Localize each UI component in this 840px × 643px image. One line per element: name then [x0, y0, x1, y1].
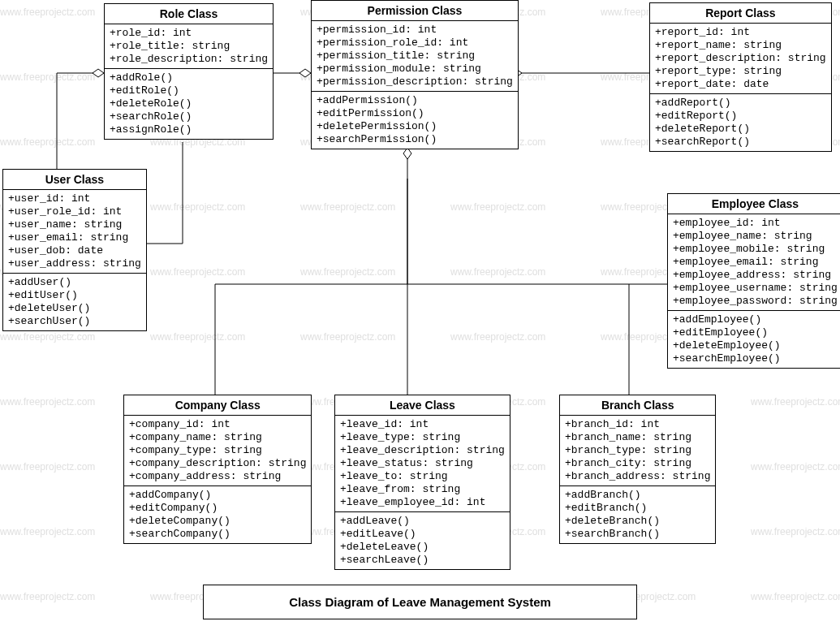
- uml-line: +employee_username: string: [673, 282, 838, 295]
- uml-line: +searchCompany(): [129, 528, 306, 541]
- uml-line: +searchEmployee(): [673, 352, 838, 365]
- attributes: +role_id: int+role_title: string+role_de…: [105, 24, 273, 69]
- uml-line: +addEmployee(): [673, 313, 838, 326]
- watermark: www.freeprojectz.com: [150, 201, 245, 213]
- attributes: +company_id: int+company_name: string+co…: [124, 416, 311, 486]
- operations: +addBranch()+editBranch()+deleteBranch()…: [560, 486, 715, 543]
- uml-line: +leave_description: string: [340, 444, 505, 457]
- attributes: +branch_id: int+branch_name: string+bran…: [560, 416, 715, 486]
- operations: +addPermission()+editPermission()+delete…: [312, 92, 518, 149]
- uml-line: +addReport(): [655, 97, 826, 110]
- uml-line: +company_description: string: [129, 457, 306, 470]
- uml-line: +user_role_id: int: [8, 205, 141, 218]
- uml-line: +employee_name: string: [673, 230, 838, 243]
- uml-line: +role_id: int: [110, 27, 268, 40]
- uml-line: +permission_description: string: [317, 76, 513, 88]
- diagram-title: Class Diagram of Leave Management System: [203, 585, 637, 619]
- uml-line: +employee_password: string: [673, 295, 838, 308]
- class-title: Branch Class: [560, 395, 715, 416]
- uml-line: +searchPermission(): [317, 133, 513, 146]
- uml-line: +role_description: string: [110, 53, 268, 66]
- watermark: www.freeprojectz.com: [150, 331, 245, 343]
- operations: +addLeave()+editLeave()+deleteLeave()+se…: [335, 512, 510, 569]
- class-title: Employee Class: [668, 194, 840, 214]
- uml-line: +editPermission(): [317, 107, 513, 120]
- class-branch: Branch Class +branch_id: int+branch_name…: [559, 395, 716, 544]
- watermark: www.freeprojectz.com: [751, 526, 840, 537]
- uml-line: +assignRole(): [110, 123, 268, 136]
- class-user: User Class +user_id: int+user_role_id: i…: [2, 169, 147, 331]
- attributes: +report_id: int+report_name: string+repo…: [650, 24, 831, 94]
- uml-line: +permission_role_id: int: [317, 37, 513, 50]
- watermark: www.freeprojectz.com: [0, 591, 95, 602]
- uml-line: +role_title: string: [110, 40, 268, 53]
- watermark: www.freeprojectz.com: [751, 461, 840, 473]
- uml-line: +company_type: string: [129, 444, 306, 457]
- watermark: www.freeprojectz.com: [0, 136, 95, 148]
- uml-line: +company_name: string: [129, 431, 306, 444]
- uml-line: +searchRole(): [110, 110, 268, 123]
- attributes: +employee_id: int+employee_name: string+…: [668, 214, 840, 311]
- uml-line: +deleteRole(): [110, 97, 268, 110]
- uml-line: +user_name: string: [8, 218, 141, 231]
- uml-line: +permission_title: string: [317, 50, 513, 63]
- uml-line: +editUser(): [8, 289, 141, 302]
- uml-line: +searchBranch(): [565, 528, 710, 541]
- operations: +addUser()+editUser()+deleteUser()+searc…: [3, 274, 146, 330]
- uml-line: +searchUser(): [8, 315, 141, 328]
- class-company: Company Class +company_id: int+company_n…: [123, 395, 312, 544]
- uml-line: +branch_city: string: [565, 457, 710, 470]
- uml-line: +leave_status: string: [340, 457, 505, 470]
- uml-line: +user_email: string: [8, 231, 141, 244]
- class-employee: Employee Class +employee_id: int+employe…: [667, 193, 840, 369]
- uml-line: +editEmployee(): [673, 326, 838, 339]
- class-title: Role Class: [105, 4, 273, 24]
- uml-line: +user_dob: date: [8, 244, 141, 257]
- operations: +addRole()+editRole()+deleteRole()+searc…: [105, 69, 273, 139]
- uml-line: +company_id: int: [129, 418, 306, 431]
- uml-line: +deleteReport(): [655, 123, 826, 136]
- uml-line: +editReport(): [655, 110, 826, 123]
- watermark: www.freeprojectz.com: [0, 461, 95, 473]
- operations: +addCompany()+editCompany()+deleteCompan…: [124, 486, 311, 543]
- class-title: Leave Class: [335, 395, 510, 416]
- class-title: Report Class: [650, 3, 831, 24]
- watermark: www.freeprojectz.com: [150, 266, 245, 278]
- uml-line: +report_id: int: [655, 26, 826, 39]
- uml-line: +branch_id: int: [565, 418, 710, 431]
- uml-line: +report_description: string: [655, 52, 826, 65]
- watermark: www.freeprojectz.com: [300, 266, 395, 278]
- class-title: User Class: [3, 170, 146, 190]
- uml-line: +employee_id: int: [673, 217, 838, 230]
- uml-line: +addLeave(): [340, 515, 505, 528]
- uml-line: +employee_address: string: [673, 269, 838, 282]
- uml-line: +permission_id: int: [317, 24, 513, 37]
- operations: +addEmployee()+editEmployee()+deleteEmpl…: [668, 311, 840, 368]
- uml-line: +leave_employee_id: int: [340, 496, 505, 509]
- uml-line: +searchLeave(): [340, 554, 505, 567]
- watermark: www.freeprojectz.com: [0, 6, 95, 18]
- uml-line: +deletePermission(): [317, 120, 513, 133]
- uml-line: +addBranch(): [565, 489, 710, 502]
- watermark: www.freeprojectz.com: [0, 526, 95, 537]
- uml-line: +user_address: string: [8, 257, 141, 270]
- attributes: +leave_id: int+leave_type: string+leave_…: [335, 416, 510, 512]
- uml-line: +editBranch(): [565, 502, 710, 515]
- uml-line: +leave_type: string: [340, 431, 505, 444]
- uml-line: +deleteLeave(): [340, 541, 505, 554]
- watermark: www.freeprojectz.com: [450, 201, 545, 213]
- uml-line: +addPermission(): [317, 94, 513, 107]
- uml-line: +branch_type: string: [565, 444, 710, 457]
- uml-line: +report_name: string: [655, 39, 826, 52]
- class-leave: Leave Class +leave_id: int+leave_type: s…: [334, 395, 510, 570]
- uml-line: +editCompany(): [129, 502, 306, 515]
- class-role: Role Class +role_id: int+role_title: str…: [104, 3, 274, 140]
- uml-line: +branch_address: string: [565, 470, 710, 483]
- uml-line: +report_type: string: [655, 65, 826, 78]
- attributes: +permission_id: int+permission_role_id: …: [312, 21, 518, 92]
- operations: +addReport()+editReport()+deleteReport()…: [650, 94, 831, 151]
- uml-line: +employee_email: string: [673, 256, 838, 269]
- uml-line: +editLeave(): [340, 528, 505, 541]
- watermark: www.freeprojectz.com: [751, 396, 840, 408]
- watermark: www.freeprojectz.com: [0, 331, 95, 343]
